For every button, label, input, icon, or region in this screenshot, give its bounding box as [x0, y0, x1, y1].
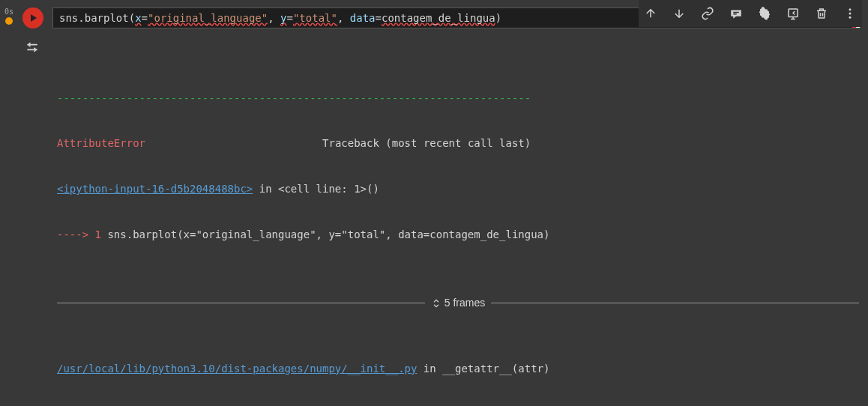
frames-line-left	[57, 303, 425, 303]
code-token-fn: sns.barplot	[59, 12, 129, 24]
delete-cell-button[interactable]	[814, 6, 829, 21]
traceback-header: AttributeError Traceback (most recent ca…	[57, 136, 859, 151]
ipython-input-link[interactable]: <ipython-input-16-d5b2048488bc>	[57, 183, 253, 195]
execution-gutter: 0s	[0, 0, 18, 406]
traceback-source: <ipython-input-16-d5b2048488bc> in <cell…	[57, 181, 859, 196]
exec-time-label: 0s	[4, 7, 13, 16]
move-up-button[interactable]	[643, 6, 658, 21]
traceback-divider: ----------------------------------------…	[57, 91, 859, 106]
numpy-frame-link: /usr/local/lib/python3.10/dist-packages/…	[57, 361, 859, 376]
svg-point-4	[849, 16, 852, 19]
svg-point-2	[849, 8, 852, 10]
cell-toolbar	[639, 0, 862, 27]
svg-point-3	[849, 13, 852, 15]
move-down-button[interactable]	[672, 6, 687, 21]
copy-link-button[interactable]	[700, 6, 715, 21]
numpy-init-link[interactable]: /usr/local/lib/python3.10/dist-packages/…	[57, 363, 417, 375]
run-cell-button[interactable]	[19, 4, 46, 31]
settings-button[interactable]	[757, 6, 772, 21]
add-comment-button[interactable]	[729, 6, 744, 21]
traceback-line1: ----> 1 sns.barplot(x="original_language…	[57, 227, 859, 242]
cell-main: sns.barplot(x="original_language", y="to…	[18, 0, 868, 406]
toggle-output-button[interactable]	[22, 37, 42, 57]
run-icon	[22, 7, 43, 28]
frames-expander[interactable]: 5 frames	[57, 295, 859, 310]
frames-label: 5 frames	[425, 295, 491, 310]
frames-line-right	[491, 303, 859, 303]
exec-status-indicator	[5, 17, 13, 25]
mirror-cell-button[interactable]	[786, 6, 801, 21]
notebook-cell-area: 0s sns.barplot(x="original_language", y=…	[0, 0, 868, 406]
cell-output: ----------------------------------------…	[18, 60, 868, 406]
output-toggle-row	[18, 31, 868, 60]
more-actions-button[interactable]	[843, 6, 858, 21]
expand-icon	[431, 298, 441, 309]
